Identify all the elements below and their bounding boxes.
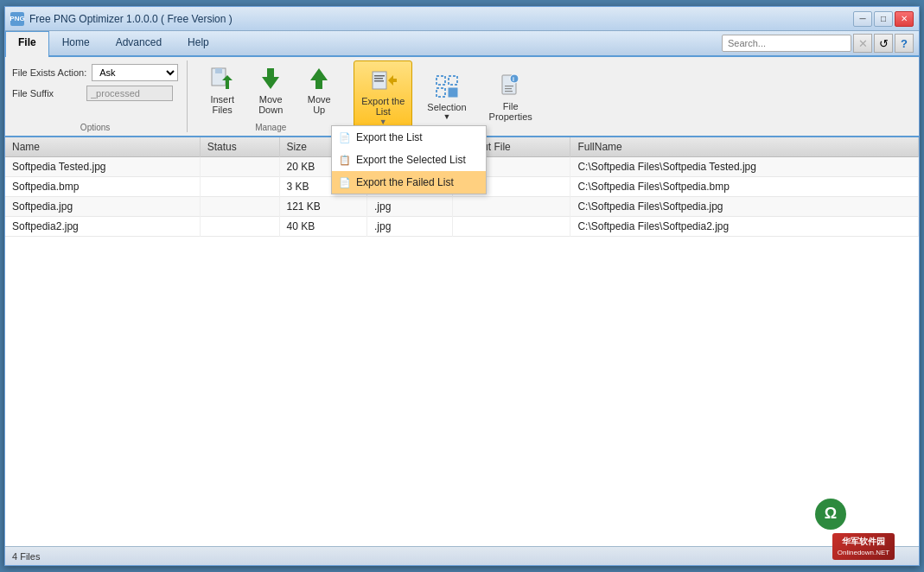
insert-files-label: Insert Files: [210, 94, 234, 115]
manage-group-label: Manage: [255, 123, 286, 132]
options-group-label: Options: [12, 121, 178, 132]
window-title: Free PNG Optimizer 1.0.0.0 ( Free Versio…: [29, 13, 853, 25]
softpedia-watermark: 西西软件园: [851, 506, 912, 522]
col-fullname[interactable]: FullName: [570, 137, 919, 157]
file-exists-dropdown[interactable]: Ask: [92, 64, 178, 81]
search-input[interactable]: [722, 35, 851, 52]
cell-output: [453, 217, 570, 237]
file-properties-button[interactable]: i File Properties: [481, 60, 540, 132]
move-up-icon: [305, 65, 333, 92]
onlinedown-text: 华军软件园: [838, 536, 889, 548]
menu-tab-bar: File Home Advanced Help ✕ ↺ ?: [5, 31, 919, 57]
move-down-button[interactable]: Move Down: [248, 60, 293, 119]
export-list-icon: [369, 67, 397, 94]
onlinedown-url: Onlinedown.NET: [838, 548, 889, 557]
file-suffix-input[interactable]: [86, 86, 173, 101]
tab-advanced[interactable]: Advanced: [103, 31, 175, 57]
window-controls: ─ □ ✕: [853, 11, 914, 27]
cell-name: Softpedia.bmp: [5, 177, 200, 197]
svg-marker-4: [310, 68, 328, 89]
selection-label: Selection: [427, 102, 466, 112]
svg-rect-1: [215, 68, 222, 73]
cell-fullname: C:\Softpedia Files\Softpedia.bmp: [570, 177, 919, 197]
selection-dropdown-arrow: ▼: [443, 112, 451, 121]
maximize-button[interactable]: □: [874, 11, 893, 27]
tab-help[interactable]: Help: [175, 31, 222, 57]
move-down-label: Move Down: [258, 94, 283, 115]
move-down-icon: [257, 65, 284, 92]
col-status[interactable]: Status: [200, 137, 279, 157]
status-text: 4 Files: [12, 551, 40, 562]
file-suffix-label: File Suffix: [12, 88, 81, 99]
cell-status: [200, 157, 279, 177]
svg-rect-11: [449, 76, 457, 85]
app-icon: PNG: [10, 12, 24, 26]
tab-home[interactable]: Home: [49, 31, 103, 57]
export-failed-item-label: Export the Failed List: [356, 176, 454, 188]
dropdown-item-export-failed[interactable]: 📄 Export the Failed List: [332, 171, 486, 194]
title-bar: PNG Free PNG Optimizer 1.0.0.0 ( Free Ve…: [5, 7, 919, 31]
manage-group: Insert Files Move Down: [194, 60, 347, 132]
svg-marker-9: [388, 75, 397, 86]
svg-rect-17: [505, 86, 513, 86]
table-row[interactable]: Softpedia2.jpg 40 KB .jpg C:\Softpedia F…: [5, 217, 919, 237]
close-button[interactable]: ✕: [895, 11, 914, 27]
selected-list-icon: 📋: [339, 155, 351, 166]
file-exists-label: File Exists Action:: [12, 67, 86, 78]
svg-rect-6: [374, 75, 385, 77]
status-bar: 4 Files: [5, 546, 919, 565]
svg-rect-12: [437, 88, 445, 97]
svg-rect-19: [505, 91, 513, 92]
svg-rect-7: [374, 78, 383, 79]
onlinedown-badge: 华军软件园 Onlinedown.NET: [832, 533, 895, 560]
cell-fullname: C:\Softpedia Files\Softpedia Tested.jpg: [570, 157, 919, 177]
file-table: Name Status Size Format Output File Full…: [5, 137, 919, 546]
move-up-label: Move Up: [308, 94, 331, 115]
selection-icon: [433, 73, 461, 100]
search-help-button[interactable]: ?: [895, 34, 914, 53]
move-up-button[interactable]: Move Up: [296, 60, 341, 119]
insert-files-button[interactable]: Insert Files: [200, 60, 245, 119]
dropdown-item-export-list[interactable]: 📄 Export the List: [332, 126, 486, 149]
dropdown-item-export-selected[interactable]: 📋 Export the Selected List: [332, 149, 486, 171]
export-dropdown-menu: 📄 Export the List 📋 Export the Selected …: [331, 125, 487, 194]
cell-status: [200, 197, 279, 217]
search-clear-button[interactable]: ✕: [853, 34, 872, 53]
table-row[interactable]: Softpedia.jpg 121 KB .jpg C:\Softpedia F…: [5, 197, 919, 217]
svg-rect-18: [505, 88, 512, 89]
svg-text:i: i: [513, 76, 514, 82]
selection-button[interactable]: Selection ▼: [419, 60, 474, 132]
main-window: PNG Free PNG Optimizer 1.0.0.0 ( Free Ve…: [4, 6, 920, 566]
list-icon: 📄: [339, 132, 351, 143]
cell-fullname: C:\Softpedia Files\Softpedia.jpg: [570, 197, 919, 217]
insert-files-icon: [208, 65, 236, 92]
export-selected-item-label: Export the Selected List: [356, 154, 466, 166]
search-back-button[interactable]: ↺: [874, 34, 893, 53]
cell-size: 121 KB: [279, 197, 367, 217]
export-list-item-label: Export the List: [356, 131, 423, 143]
svg-marker-3: [262, 68, 279, 89]
cell-format: .jpg: [367, 197, 453, 217]
cell-fullname: C:\Softpedia Files\Softpedia2.jpg: [570, 217, 919, 237]
col-name[interactable]: Name: [5, 137, 200, 157]
failed-list-icon: 📄: [339, 177, 351, 188]
file-properties-label: File Properties: [489, 101, 532, 122]
file-properties-icon: i: [497, 72, 525, 99]
cell-name: Softpedia Tested.jpg: [5, 157, 200, 177]
svg-rect-8: [374, 80, 384, 82]
bottom-badges: Ω 西西软件园 华军软件园 Onlinedown.NET: [815, 499, 912, 560]
cell-name: Softpedia2.jpg: [5, 217, 200, 237]
cell-size: 40 KB: [279, 217, 367, 237]
svg-point-15: [510, 74, 519, 83]
cell-name: Softpedia.jpg: [5, 197, 200, 217]
svg-rect-10: [437, 76, 445, 85]
green-logo-badge: Ω: [815, 499, 846, 530]
svg-rect-13: [449, 88, 457, 97]
minimize-button[interactable]: ─: [853, 11, 872, 27]
export-list-button[interactable]: Export the List ▼: [354, 60, 412, 132]
cell-output: [453, 197, 570, 217]
cell-format: .jpg: [367, 217, 453, 237]
cell-status: [200, 217, 279, 237]
export-list-label: Export the List: [361, 96, 405, 117]
tab-file[interactable]: File: [5, 31, 49, 57]
